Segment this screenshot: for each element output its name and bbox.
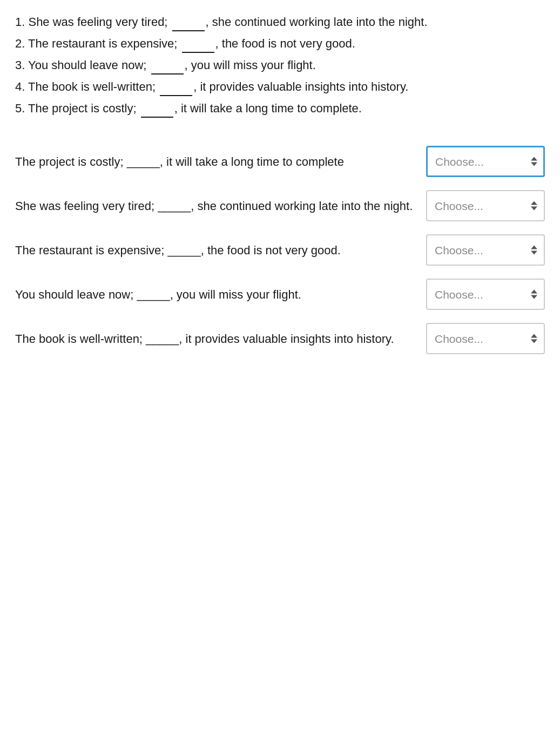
sentence-item-4: 4. The book is well-written; , it provid…: [15, 78, 545, 96]
match-text-4: You should leave now; _____, you will mi…: [15, 286, 417, 303]
select-container-5: Choose... nevertheless however moreover …: [426, 323, 545, 354]
sentence-3-number: 3. You should leave now;: [15, 58, 150, 72]
select-container-1: Choose... nevertheless however moreover …: [426, 146, 545, 177]
sentence-4-after: , it provides valuable insights into his…: [193, 80, 408, 93]
match-select-2[interactable]: Choose... nevertheless however moreover …: [426, 190, 545, 221]
sentence-5-after: , it will take a long time to complete.: [174, 102, 362, 115]
sentence-item-5: 5. The project is costly; , it will take…: [15, 99, 545, 118]
blank-3: [151, 72, 184, 75]
match-select-1[interactable]: Choose... nevertheless however moreover …: [426, 146, 545, 177]
sentence-1-after: , she continued working late into the ni…: [206, 15, 428, 29]
sentence-1-number: 1. She was feeling very tired;: [15, 15, 171, 29]
blank-1: [172, 29, 205, 31]
blank-2: [182, 51, 214, 53]
match-text-3: The restaurant is expensive; _____, the …: [15, 241, 417, 259]
match-row-2: She was feeling very tired; _____, she c…: [15, 184, 545, 228]
sentences-list: 1. She was feeling very tired; , she con…: [15, 13, 545, 118]
sentence-item-2: 2. The restaurant is expensive; , the fo…: [15, 35, 545, 53]
match-row-3: The restaurant is expensive; _____, the …: [15, 228, 545, 272]
match-row-1: The project is costly; _____, it will ta…: [15, 139, 545, 184]
sentence-5-number: 5. The project is costly;: [15, 102, 140, 115]
match-select-5[interactable]: Choose... nevertheless however moreover …: [426, 323, 545, 354]
select-container-2: Choose... nevertheless however moreover …: [426, 190, 545, 221]
sentence-item-1: 1. She was feeling very tired; , she con…: [15, 13, 545, 31]
sentence-item-3: 3. You should leave now; , you will miss…: [15, 56, 545, 75]
sentence-2-number: 2. The restaurant is expensive;: [15, 37, 181, 50]
select-container-4: Choose... nevertheless however moreover …: [426, 279, 545, 310]
blank-5: [141, 116, 173, 118]
blank-4: [160, 94, 192, 96]
match-select-4[interactable]: Choose... nevertheless however moreover …: [426, 279, 545, 310]
match-text-2: She was feeling very tired; _____, she c…: [15, 197, 417, 215]
select-container-3: Choose... nevertheless however moreover …: [426, 234, 545, 266]
match-row-5: The book is well-written; _____, it prov…: [15, 316, 545, 361]
sentence-4-number: 4. The book is well-written;: [15, 80, 159, 93]
match-text-1: The project is costly; _____, it will ta…: [15, 153, 417, 171]
sentence-2-after: , the food is not very good.: [215, 37, 355, 50]
match-select-3[interactable]: Choose... nevertheless however moreover …: [426, 234, 545, 266]
match-row-4: You should leave now; _____, you will mi…: [15, 272, 545, 316]
matching-section: The project is costly; _____, it will ta…: [15, 139, 545, 361]
sentence-3-after: , you will miss your flight.: [185, 58, 316, 72]
match-text-5: The book is well-written; _____, it prov…: [15, 330, 417, 348]
